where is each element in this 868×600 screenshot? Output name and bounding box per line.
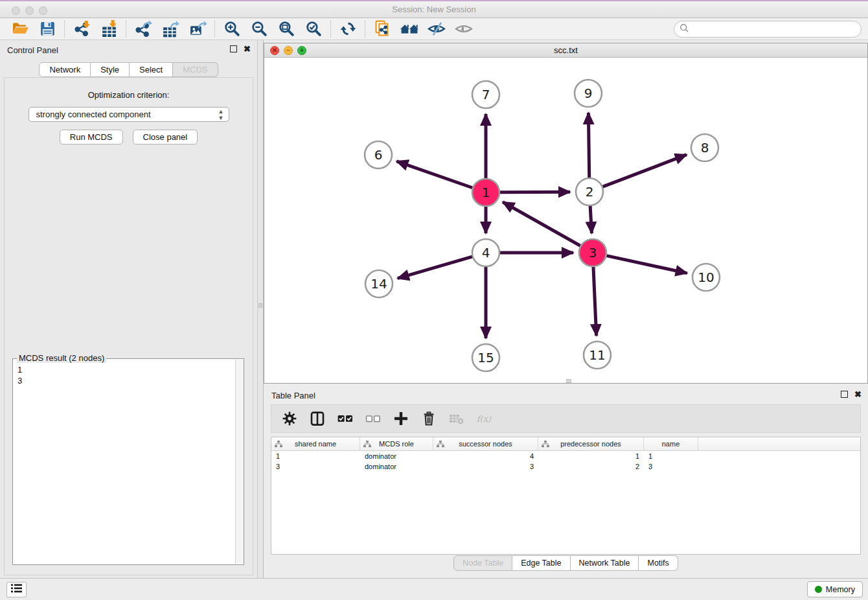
column-header-successor-nodes[interactable]: successor nodes bbox=[433, 437, 538, 450]
control-panel: Control Panel ✖ NetworkStyleSelectMCDS O… bbox=[0, 40, 257, 578]
edge-1-6[interactable] bbox=[396, 161, 472, 188]
table-cell[interactable]: dominator bbox=[360, 451, 433, 461]
network-canvas[interactable]: 7968124314101511 bbox=[264, 58, 867, 383]
edge-3-11[interactable] bbox=[593, 267, 597, 336]
column-header-predecessor-nodes[interactable]: predecessor nodes bbox=[538, 437, 644, 450]
edge-4-14[interactable] bbox=[398, 257, 472, 278]
table-cell[interactable]: 1 bbox=[538, 451, 644, 461]
network-file-icon[interactable] bbox=[369, 19, 396, 39]
table-row[interactable]: 1dominator411 bbox=[271, 451, 860, 461]
tree-icon bbox=[363, 441, 371, 449]
run-mcds-button[interactable]: Run MCDS bbox=[60, 130, 123, 144]
node-table[interactable]: shared nameMCDS rolesuccessor nodesprede… bbox=[271, 437, 861, 555]
close-panel-button[interactable]: Close panel bbox=[133, 130, 198, 144]
memory-button[interactable]: Memory bbox=[807, 581, 863, 597]
table-cell[interactable]: 2 bbox=[538, 461, 644, 472]
minimize-window-icon[interactable] bbox=[25, 6, 34, 15]
deselect-all-icon[interactable] bbox=[365, 410, 382, 427]
zoom-out-icon[interactable] bbox=[246, 19, 273, 39]
edge-2-3[interactable] bbox=[590, 206, 591, 233]
mcds-result-list[interactable]: 13 bbox=[13, 359, 244, 391]
import-table-icon[interactable] bbox=[95, 19, 122, 39]
tab-node-table[interactable]: Node Table bbox=[453, 555, 512, 571]
graph-node-2[interactable]: 2 bbox=[576, 178, 603, 205]
column-header-MCDS-role[interactable]: MCDS role bbox=[360, 437, 433, 450]
session-title: Session: New Session bbox=[0, 1, 868, 17]
add-icon[interactable] bbox=[393, 410, 409, 427]
vertical-splitter[interactable] bbox=[257, 40, 264, 578]
table-cell[interactable]: 3 bbox=[433, 461, 538, 472]
tab-motifs[interactable]: Motifs bbox=[639, 555, 678, 571]
main-area: Control Panel ✖ NetworkStyleSelectMCDS O… bbox=[0, 40, 868, 578]
network-maximize-icon[interactable]: + bbox=[297, 46, 306, 55]
hide-eye-icon[interactable] bbox=[423, 19, 450, 39]
tab-select[interactable]: Select bbox=[130, 62, 173, 77]
home-icon[interactable] bbox=[396, 19, 423, 39]
open-session-icon[interactable] bbox=[6, 19, 34, 39]
window-controls[interactable] bbox=[12, 6, 47, 15]
gear-icon[interactable] bbox=[281, 410, 298, 427]
graph-node-3[interactable]: 3 bbox=[579, 239, 606, 266]
network-minimize-icon[interactable]: − bbox=[284, 46, 293, 55]
zoom-fit-icon[interactable] bbox=[273, 19, 300, 39]
table-cell[interactable]: 3 bbox=[271, 461, 360, 472]
tab-network[interactable]: Network bbox=[39, 62, 91, 77]
network-close-icon[interactable]: ✕ bbox=[270, 46, 279, 55]
table-cell[interactable]: 1 bbox=[644, 451, 698, 461]
column-header-shared-name[interactable]: shared name bbox=[271, 437, 360, 450]
edge-1-2[interactable] bbox=[500, 192, 570, 192]
table-row[interactable]: 3dominator323 bbox=[271, 461, 860, 472]
refresh-icon[interactable] bbox=[334, 19, 361, 39]
graph-node-1[interactable]: 1 bbox=[472, 179, 499, 206]
save-session-icon[interactable] bbox=[34, 19, 61, 39]
graph-node-7[interactable]: 7 bbox=[472, 81, 499, 108]
result-scrollbar[interactable] bbox=[235, 360, 244, 564]
float-panel-icon[interactable] bbox=[230, 45, 237, 52]
network-window-titlebar[interactable]: ✕ − + scc.txt bbox=[264, 43, 867, 58]
close-panel-icon[interactable]: ✖ bbox=[244, 45, 251, 52]
graph-node-6[interactable]: 6 bbox=[365, 141, 392, 168]
tab-edge-table[interactable]: Edge Table bbox=[512, 555, 570, 571]
criterion-dropdown[interactable]: strongly connected component ▲▼ bbox=[29, 107, 229, 122]
task-history-button[interactable] bbox=[6, 582, 27, 597]
edge-2-8[interactable] bbox=[603, 155, 687, 187]
zoom-window-icon[interactable] bbox=[39, 6, 47, 15]
export-image-icon[interactable] bbox=[184, 19, 211, 39]
mcds-tab-content: Optimization criterion: strongly connect… bbox=[4, 77, 253, 575]
table-cell[interactable]: dominator bbox=[360, 461, 433, 472]
table-cell[interactable]: 1 bbox=[271, 451, 360, 461]
close-table-panel-icon[interactable]: ✖ bbox=[854, 391, 862, 398]
select-all-icon[interactable] bbox=[337, 410, 354, 427]
graph-node-10[interactable]: 10 bbox=[692, 264, 720, 291]
import-network-icon[interactable] bbox=[68, 19, 95, 39]
column-header-name[interactable]: name bbox=[644, 437, 698, 450]
search-input[interactable] bbox=[689, 23, 861, 36]
graph-node-11[interactable]: 11 bbox=[584, 341, 611, 369]
graph-node-15[interactable]: 15 bbox=[472, 344, 499, 371]
splitter-handle-icon[interactable] bbox=[258, 303, 262, 308]
tab-style[interactable]: Style bbox=[91, 62, 130, 77]
close-window-icon[interactable] bbox=[12, 6, 20, 15]
graph-node-4[interactable]: 4 bbox=[472, 239, 499, 266]
graph-node-9[interactable]: 9 bbox=[575, 80, 602, 107]
tab-mcds[interactable]: MCDS bbox=[173, 62, 218, 77]
edge-3-10[interactable] bbox=[606, 256, 687, 273]
graph-node-8[interactable]: 8 bbox=[691, 134, 718, 161]
svg-text:3: 3 bbox=[589, 245, 597, 260]
zoom-in-icon[interactable] bbox=[218, 19, 246, 39]
show-eye-icon[interactable] bbox=[450, 19, 477, 39]
export-network-icon[interactable] bbox=[130, 19, 157, 39]
edge-3-1[interactable] bbox=[503, 202, 580, 246]
table-cell[interactable]: 3 bbox=[644, 461, 698, 472]
zoom-selected-icon[interactable] bbox=[300, 19, 327, 39]
float-table-panel-icon[interactable] bbox=[841, 391, 848, 398]
export-table-icon[interactable] bbox=[157, 19, 184, 39]
edge-2-9[interactable] bbox=[588, 113, 589, 178]
tab-network-table[interactable]: Network Table bbox=[571, 555, 639, 571]
graph-node-14[interactable]: 14 bbox=[365, 270, 393, 297]
columns-icon[interactable] bbox=[309, 410, 326, 427]
table-cell[interactable]: 4 bbox=[433, 451, 538, 461]
network-resize-handle[interactable] bbox=[566, 379, 571, 383]
search-box[interactable] bbox=[674, 21, 862, 38]
delete-icon[interactable] bbox=[420, 410, 437, 427]
